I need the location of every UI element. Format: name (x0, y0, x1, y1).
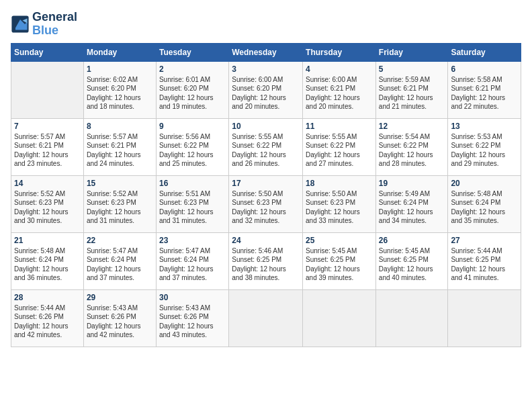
calendar-cell: 24 Sunrise: 5:46 AM Sunset: 6:25 PM Dayl… (229, 232, 303, 289)
logo-name-line2: Blue (32, 24, 77, 38)
weekday-header-row: SundayMondayTuesdayWednesdayThursdayFrid… (11, 43, 521, 61)
calendar-cell (303, 289, 376, 347)
day-number: 18 (306, 179, 373, 188)
day-number: 13 (451, 122, 518, 131)
day-number: 12 (379, 122, 445, 131)
day-number: 5 (379, 64, 445, 74)
calendar-cell: 7 Sunrise: 5:57 AM Sunset: 6:21 PM Dayli… (11, 118, 84, 175)
calendar-cell: 2 Sunrise: 6:01 AM Sunset: 6:20 PM Dayli… (156, 61, 228, 118)
day-info: Sunrise: 5:59 AM Sunset: 6:21 PM Dayligh… (379, 75, 445, 111)
calendar-cell: 3 Sunrise: 6:00 AM Sunset: 6:20 PM Dayli… (229, 61, 303, 118)
logo: General Blue (11, 11, 77, 38)
day-number: 30 (159, 293, 226, 302)
day-info: Sunrise: 5:44 AM Sunset: 6:26 PM Dayligh… (14, 304, 81, 340)
day-number: 23 (159, 236, 226, 245)
day-number: 7 (14, 122, 81, 131)
day-info: Sunrise: 5:55 AM Sunset: 6:22 PM Dayligh… (232, 132, 300, 169)
day-number: 10 (232, 122, 300, 131)
day-number: 27 (451, 236, 518, 245)
day-number: 25 (306, 236, 373, 245)
day-info: Sunrise: 5:47 AM Sunset: 6:24 PM Dayligh… (159, 246, 226, 283)
day-info: Sunrise: 5:43 AM Sunset: 6:26 PM Dayligh… (159, 304, 226, 340)
calendar-cell: 16 Sunrise: 5:51 AM Sunset: 6:23 PM Dayl… (156, 175, 228, 232)
logo-name-line1: General (32, 11, 77, 24)
calendar-cell: 8 Sunrise: 5:57 AM Sunset: 6:21 PM Dayli… (83, 118, 156, 175)
day-number: 19 (379, 179, 445, 188)
calendar-cell: 4 Sunrise: 6:00 AM Sunset: 6:21 PM Dayli… (303, 61, 376, 118)
calendar-cell: 9 Sunrise: 5:56 AM Sunset: 6:22 PM Dayli… (156, 118, 228, 175)
calendar-cell: 26 Sunrise: 5:45 AM Sunset: 6:25 PM Dayl… (375, 232, 448, 289)
day-number: 17 (232, 179, 300, 188)
day-info: Sunrise: 6:02 AM Sunset: 6:20 PM Dayligh… (87, 75, 153, 111)
calendar-cell: 12 Sunrise: 5:54 AM Sunset: 6:22 PM Dayl… (375, 118, 448, 175)
day-info: Sunrise: 6:00 AM Sunset: 6:20 PM Dayligh… (232, 75, 300, 111)
day-number: 8 (87, 122, 153, 131)
day-info: Sunrise: 5:53 AM Sunset: 6:22 PM Dayligh… (451, 132, 518, 169)
day-info: Sunrise: 5:44 AM Sunset: 6:25 PM Dayligh… (451, 246, 518, 283)
day-info: Sunrise: 5:47 AM Sunset: 6:24 PM Dayligh… (87, 246, 153, 283)
calendar-cell: 21 Sunrise: 5:48 AM Sunset: 6:24 PM Dayl… (11, 232, 84, 289)
day-info: Sunrise: 5:45 AM Sunset: 6:25 PM Dayligh… (379, 246, 445, 283)
weekday-header-saturday: Saturday (448, 43, 521, 61)
day-number: 14 (14, 179, 81, 188)
day-number: 11 (306, 122, 373, 131)
day-info: Sunrise: 5:56 AM Sunset: 6:22 PM Dayligh… (159, 132, 226, 169)
calendar-cell: 13 Sunrise: 5:53 AM Sunset: 6:22 PM Dayl… (448, 118, 521, 175)
day-info: Sunrise: 5:57 AM Sunset: 6:21 PM Dayligh… (87, 132, 153, 169)
calendar-week-row: 7 Sunrise: 5:57 AM Sunset: 6:21 PM Dayli… (11, 118, 521, 175)
day-info: Sunrise: 5:43 AM Sunset: 6:26 PM Dayligh… (87, 304, 153, 340)
day-info: Sunrise: 6:01 AM Sunset: 6:20 PM Dayligh… (159, 75, 226, 111)
day-number: 29 (87, 293, 153, 302)
calendar-week-row: 21 Sunrise: 5:48 AM Sunset: 6:24 PM Dayl… (11, 232, 521, 289)
day-number: 4 (306, 64, 373, 74)
calendar-cell: 22 Sunrise: 5:47 AM Sunset: 6:24 PM Dayl… (83, 232, 156, 289)
day-info: Sunrise: 5:49 AM Sunset: 6:24 PM Dayligh… (379, 189, 445, 226)
calendar-cell: 17 Sunrise: 5:50 AM Sunset: 6:23 PM Dayl… (229, 175, 303, 232)
calendar-cell: 14 Sunrise: 5:52 AM Sunset: 6:23 PM Dayl… (11, 175, 84, 232)
calendar-cell: 5 Sunrise: 5:59 AM Sunset: 6:21 PM Dayli… (375, 61, 448, 118)
day-number: 15 (87, 179, 153, 188)
calendar-cell: 28 Sunrise: 5:44 AM Sunset: 6:26 PM Dayl… (11, 289, 84, 347)
weekday-header-tuesday: Tuesday (156, 43, 228, 61)
day-info: Sunrise: 5:51 AM Sunset: 6:23 PM Dayligh… (159, 189, 226, 226)
calendar-cell: 25 Sunrise: 5:45 AM Sunset: 6:25 PM Dayl… (303, 232, 376, 289)
day-number: 26 (379, 236, 445, 245)
day-info: Sunrise: 5:58 AM Sunset: 6:21 PM Dayligh… (451, 75, 518, 111)
day-info: Sunrise: 5:48 AM Sunset: 6:24 PM Dayligh… (14, 246, 81, 283)
day-number: 2 (159, 64, 226, 74)
calendar-table: SundayMondayTuesdayWednesdayThursdayFrid… (11, 43, 521, 347)
day-number: 6 (451, 64, 518, 74)
calendar-cell (375, 289, 448, 347)
calendar-cell: 10 Sunrise: 5:55 AM Sunset: 6:22 PM Dayl… (229, 118, 303, 175)
logo-text: General Blue (32, 11, 77, 38)
day-number: 21 (14, 236, 81, 245)
calendar-week-row: 28 Sunrise: 5:44 AM Sunset: 6:26 PM Dayl… (11, 289, 521, 347)
day-info: Sunrise: 5:48 AM Sunset: 6:24 PM Dayligh… (451, 189, 518, 226)
weekday-header-monday: Monday (83, 43, 156, 61)
day-number: 16 (159, 179, 226, 188)
day-info: Sunrise: 5:52 AM Sunset: 6:23 PM Dayligh… (14, 189, 81, 226)
calendar-cell: 1 Sunrise: 6:02 AM Sunset: 6:20 PM Dayli… (83, 61, 156, 118)
day-info: Sunrise: 5:46 AM Sunset: 6:25 PM Dayligh… (232, 246, 300, 283)
day-number: 3 (232, 64, 300, 74)
calendar-body: 1 Sunrise: 6:02 AM Sunset: 6:20 PM Dayli… (11, 61, 521, 347)
day-number: 9 (159, 122, 226, 131)
day-info: Sunrise: 5:55 AM Sunset: 6:22 PM Dayligh… (306, 132, 373, 169)
calendar-cell: 30 Sunrise: 5:43 AM Sunset: 6:26 PM Dayl… (156, 289, 228, 347)
day-info: Sunrise: 5:52 AM Sunset: 6:23 PM Dayligh… (87, 189, 153, 226)
weekday-header-wednesday: Wednesday (229, 43, 303, 61)
weekday-header-thursday: Thursday (303, 43, 376, 61)
day-info: Sunrise: 5:50 AM Sunset: 6:23 PM Dayligh… (232, 189, 300, 226)
day-number: 20 (451, 179, 518, 188)
day-info: Sunrise: 5:57 AM Sunset: 6:21 PM Dayligh… (14, 132, 81, 169)
calendar-cell: 29 Sunrise: 5:43 AM Sunset: 6:26 PM Dayl… (83, 289, 156, 347)
weekday-header-sunday: Sunday (11, 43, 84, 61)
calendar-cell: 23 Sunrise: 5:47 AM Sunset: 6:24 PM Dayl… (156, 232, 228, 289)
calendar-cell: 11 Sunrise: 5:55 AM Sunset: 6:22 PM Dayl… (303, 118, 376, 175)
day-number: 22 (87, 236, 153, 245)
calendar-week-row: 14 Sunrise: 5:52 AM Sunset: 6:23 PM Dayl… (11, 175, 521, 232)
calendar-cell (11, 61, 84, 118)
calendar-cell (229, 289, 303, 347)
day-number: 24 (232, 236, 300, 245)
day-info: Sunrise: 5:45 AM Sunset: 6:25 PM Dayligh… (306, 246, 373, 283)
